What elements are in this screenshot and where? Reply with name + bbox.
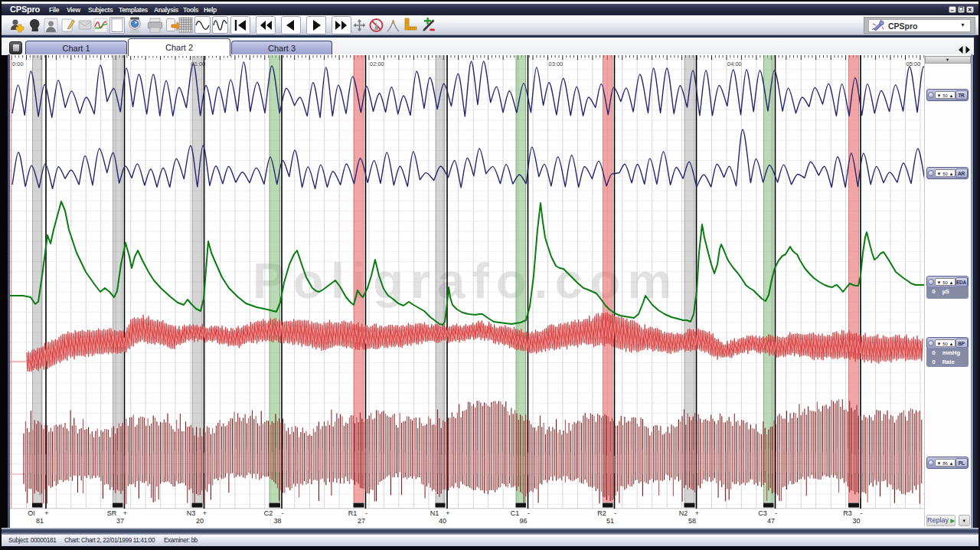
svg-text:05:00: 05:00 [906,61,921,67]
svg-text:03:00: 03:00 [549,61,564,67]
svg-text:02:00: 02:00 [370,61,384,67]
svg-text:0:00: 0:00 [12,61,24,67]
svg-text:04:00: 04:00 [727,61,742,67]
svg-text:Poligrafo.com: Poligrafo.com [253,253,679,309]
